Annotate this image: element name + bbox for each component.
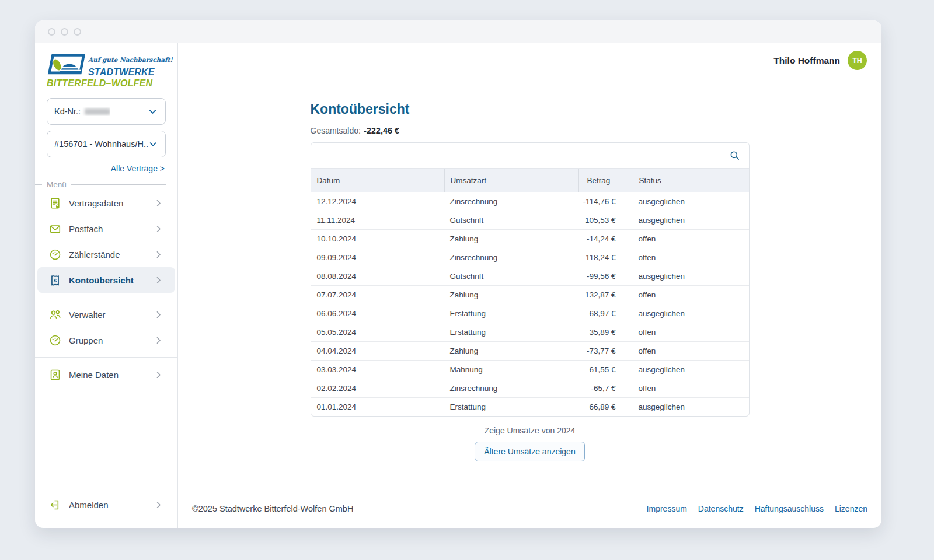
sidebar-item-label: Meine Daten: [69, 370, 119, 380]
sidebar-item-verwalter[interactable]: Verwalter: [47, 302, 166, 327]
table-row: 03.03.2024Mahnung61,55 €ausgeglichen: [311, 360, 749, 379]
total-balance: Gesamtsaldo:-222,46 €: [311, 126, 750, 135]
column-header-status: Status: [633, 169, 749, 192]
user-avatar[interactable]: TH: [848, 51, 867, 70]
cell-betrag: 105,53 €: [578, 216, 633, 225]
cell-datum: 10.10.2024: [311, 235, 444, 243]
search-input[interactable]: [320, 142, 729, 169]
search-bar: [311, 143, 749, 168]
chevron-down-icon: [147, 106, 158, 117]
transactions-panel: DatumUmsatzartBetragStatus 12.12.2024Zin…: [311, 142, 750, 416]
cell-status: offen: [633, 235, 749, 243]
older-transactions-button[interactable]: Ältere Umsätze anzeigen: [475, 442, 584, 461]
customer-number-dropdown[interactable]: Kd-Nr.:: [47, 98, 166, 125]
sidebar-item-meine-daten[interactable]: Meine Daten: [47, 362, 166, 387]
main-area: Thilo Hoffmann TH Kontoübersicht Gesamts…: [178, 43, 881, 528]
table-row: 01.01.2024Erstattung66,89 €ausgeglichen: [311, 397, 749, 416]
chevron-right-icon: [154, 250, 163, 260]
stadtwerke-logo-mark-icon: [47, 51, 85, 78]
footer-link-lizenzen[interactable]: Lizenzen: [835, 504, 867, 513]
cell-datum: 04.04.2024: [311, 346, 444, 355]
year-indicator: Zeige Umsätze von 2024: [311, 426, 750, 435]
cell-datum: 12.12.2024: [311, 197, 444, 206]
cell-betrag: 132,87 €: [578, 290, 633, 299]
balance-label: Gesamtsaldo:: [311, 126, 361, 135]
cell-umsatzart: Zahlung: [444, 346, 578, 355]
browser-window: Auf gute Nachbarschaft! STADTWERKE BITTE…: [35, 20, 881, 528]
sidebar-item-zaehlerstaende[interactable]: Zählerstände: [47, 242, 166, 267]
chevron-right-icon: [154, 500, 163, 510]
cell-status: ausgeglichen: [633, 402, 749, 411]
table-row: 02.02.2024Zinsrechnung-65,7 €offen: [311, 379, 749, 397]
column-header-umsatzart: Umsatzart: [444, 169, 578, 192]
window-control-dot[interactable]: [74, 28, 81, 36]
cell-betrag: -99,56 €: [578, 272, 633, 281]
content: Kontoübersicht Gesamtsaldo:-222,46 €: [178, 78, 881, 504]
footer-link-datenschutz[interactable]: Datenschutz: [698, 504, 744, 513]
balance-value: -222,46 €: [364, 126, 399, 135]
footer-link-impressum[interactable]: Impressum: [647, 504, 687, 513]
logo-subtitle: BITTERFELD–WOLFEN: [47, 78, 166, 89]
cell-datum: 02.02.2024: [311, 384, 444, 393]
sidebar-item-label: Postfach: [69, 224, 103, 234]
sidebar-item-gruppen[interactable]: Gruppen: [47, 327, 166, 353]
cell-datum: 06.06.2024: [311, 309, 444, 318]
chevron-right-icon: [154, 335, 163, 345]
sidebar-divider: [35, 297, 177, 298]
table-row: 04.04.2024Zahlung-73,77 €offen: [311, 341, 749, 360]
cell-datum: 08.08.2024: [311, 272, 444, 281]
copyright-text: ©2025 Stadtwerke Bitterfeld-Wolfen GmbH: [192, 504, 353, 513]
footer: ©2025 Stadtwerke Bitterfeld-Wolfen GmbH …: [178, 504, 881, 528]
cell-betrag: 35,89 €: [578, 328, 633, 337]
logo-title: STADTWERKE: [88, 67, 166, 78]
table-row: 08.08.2024Gutschrift-99,56 €ausgeglichen: [311, 267, 749, 285]
cell-umsatzart: Gutschrift: [444, 216, 578, 225]
chevron-right-icon: [154, 224, 163, 234]
cell-betrag: -73,77 €: [578, 346, 633, 355]
table-header-row: DatumUmsatzartBetragStatus: [311, 168, 749, 192]
gauge-icon: [49, 334, 61, 346]
cell-umsatzart: Erstattung: [444, 309, 578, 318]
table-body: 12.12.2024Zinsrechnung-114,76 €ausgeglic…: [311, 192, 749, 416]
logout-icon: [49, 499, 61, 511]
sidebar-menu: VertragsdatenPostfachZählerstände$Kontoü…: [47, 190, 166, 387]
footer-link-haftungsauschluss[interactable]: Haftungsauschluss: [755, 504, 824, 513]
cell-umsatzart: Gutschrift: [444, 272, 578, 281]
cell-datum: 03.03.2024: [311, 365, 444, 374]
search-icon[interactable]: [729, 150, 740, 161]
sidebar-item-postfach[interactable]: Postfach: [47, 216, 166, 242]
chevron-down-icon: [148, 139, 158, 150]
chevron-right-icon: [154, 198, 163, 208]
table-row: 09.09.2024Zinsrechnung118,24 €offen: [311, 248, 749, 267]
customer-number-redacted: [85, 108, 110, 115]
customer-number-label: Kd-Nr.:: [54, 107, 81, 116]
cell-betrag: -14,24 €: [578, 235, 633, 243]
cell-umsatzart: Zinsrechnung: [444, 197, 578, 206]
cell-datum: 01.01.2024: [311, 402, 444, 411]
cell-status: ausgeglichen: [633, 365, 749, 374]
all-contracts-link[interactable]: Alle Verträge >: [111, 164, 165, 173]
cell-betrag: -114,76 €: [578, 197, 633, 206]
column-header-datum: Datum: [311, 169, 444, 192]
menu-section-label: Menü: [47, 180, 166, 189]
cell-status: ausgeglichen: [633, 309, 749, 318]
chevron-right-icon: [154, 275, 163, 285]
table-row: 05.05.2024Erstattung35,89 €offen: [311, 323, 749, 341]
window-control-dot[interactable]: [48, 28, 55, 36]
sidebar-item-label: Abmelden: [69, 500, 109, 510]
window-control-dot[interactable]: [61, 28, 68, 36]
sidebar-item-abmelden[interactable]: Abmelden: [47, 492, 166, 517]
cell-status: offen: [633, 253, 749, 262]
table-row: 12.12.2024Zinsrechnung-114,76 €ausgeglic…: [311, 192, 749, 211]
cell-umsatzart: Erstattung: [444, 328, 578, 337]
logo-tagline: Auf gute Nachbarschaft!: [88, 56, 166, 63]
sidebar-item-label: Verwalter: [69, 310, 106, 320]
cell-status: offen: [633, 346, 749, 355]
sidebar-item-kontouebersicht[interactable]: $Kontoübersicht: [37, 267, 175, 293]
contract-dropdown[interactable]: #156701 - Wohnhaus/H...: [47, 131, 166, 158]
sidebar-item-label: Kontoübersicht: [69, 275, 134, 285]
cell-datum: 11.11.2024: [311, 216, 444, 225]
receipt-dollar-icon: $: [49, 274, 61, 286]
cell-betrag: 68,97 €: [578, 309, 633, 318]
sidebar-item-vertragsdaten[interactable]: Vertragsdaten: [47, 190, 166, 216]
